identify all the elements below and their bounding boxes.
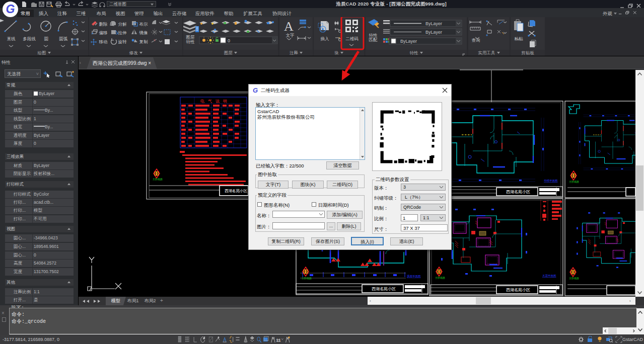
- svg-text:ByLayer: ByLayer: [425, 30, 442, 35]
- svg-text:插座平面图: 插座平面图: [407, 275, 421, 278]
- svg-text:ByLayer: ByLayer: [425, 21, 442, 26]
- svg-text:主卧南路: 主卧南路: [435, 276, 445, 279]
- svg-text:主卧南路: 主卧南路: [569, 277, 579, 280]
- svg-text:1:1: 1:1: [276, 338, 280, 342]
- svg-text:0: 0: [228, 38, 230, 43]
- svg-text:主卧南路: 主卧南路: [153, 178, 163, 181]
- svg-text:天花平面图: 天花平面图: [542, 274, 556, 278]
- svg-text:主卧南路: 主卧南路: [302, 277, 312, 280]
- svg-text:西湖名苑小区: 西湖名苑小区: [225, 189, 248, 193]
- svg-text:主卧南路: 主卧南路: [569, 180, 579, 183]
- svg-text:ByLayer: ByLayer: [400, 39, 417, 44]
- svg-text:A: A: [284, 19, 294, 34]
- svg-text:布线平面图: 布线平面图: [544, 179, 558, 183]
- svg-text:电气说明: 电气说明: [200, 99, 231, 104]
